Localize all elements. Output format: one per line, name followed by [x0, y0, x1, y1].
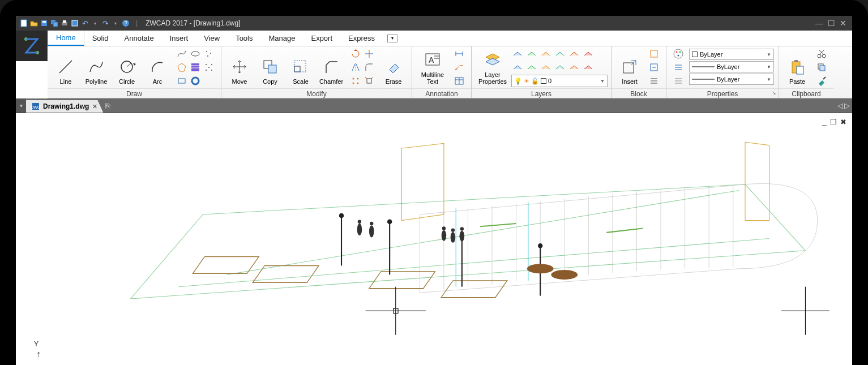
polyline-button[interactable]: Polyline — [82, 49, 111, 86]
maximize-button[interactable]: ☐ — [828, 19, 835, 28]
scale-icon — [292, 58, 310, 76]
viewport-minimize-icon[interactable]: ⎯ — [822, 118, 827, 126]
menu-express[interactable]: Express — [340, 31, 383, 46]
ellipse-icon[interactable] — [189, 48, 202, 60]
fillet-icon[interactable] — [363, 61, 375, 74]
layer-thaw-icon[interactable] — [582, 48, 595, 60]
redo-icon[interactable]: ↷ — [101, 19, 110, 28]
layer-freeze-icon[interactable] — [525, 48, 538, 60]
save-icon[interactable] — [40, 19, 49, 28]
multiline-text-button[interactable]: AMultiline Text — [416, 49, 450, 86]
panel-clipboard: Paste Clipboard — [779, 46, 833, 98]
layer-iso-icon[interactable] — [554, 48, 566, 60]
cut-icon[interactable] — [815, 48, 828, 60]
arc-button[interactable]: Arc — [143, 49, 172, 86]
layer-s2-icon[interactable] — [525, 61, 538, 74]
palette-icon[interactable] — [672, 48, 685, 60]
svg-rect-58 — [651, 50, 657, 57]
menu-view[interactable]: View — [196, 31, 228, 46]
attrib-icon[interactable] — [648, 75, 660, 87]
mirror-icon[interactable] — [349, 61, 362, 74]
layer-s3-icon[interactable] — [540, 61, 552, 74]
layer-s4-icon[interactable] — [554, 61, 566, 74]
svg-rect-107 — [369, 272, 435, 289]
edit-block-icon[interactable] — [648, 61, 660, 74]
brush-icon[interactable] — [815, 75, 828, 87]
tab-scroll-left[interactable]: ▾ — [16, 98, 26, 113]
scale-button[interactable]: Scale — [286, 49, 315, 86]
explode-icon[interactable] — [363, 75, 375, 87]
open-icon[interactable] — [29, 19, 39, 28]
tab-close-button[interactable]: ✕ — [92, 103, 97, 110]
print-icon[interactable] — [60, 19, 69, 28]
layer-s6-icon[interactable] — [582, 61, 595, 74]
preview-icon[interactable] — [70, 19, 79, 28]
layer-on-icon[interactable] — [568, 48, 580, 60]
layer-combo[interactable]: 💡 ☀ 🔓 0 ▼ — [511, 75, 608, 87]
line-button[interactable]: Line — [51, 49, 80, 86]
menu-tools[interactable]: Tools — [228, 31, 260, 46]
svg-point-126 — [460, 227, 464, 230]
list-icon[interactable] — [672, 75, 685, 87]
donut-icon[interactable] — [189, 75, 202, 87]
undo-dropdown-icon[interactable]: ▾ — [91, 19, 100, 28]
viewport-close-icon[interactable]: ✖ — [840, 118, 846, 126]
redo-dropdown-icon[interactable]: ▾ — [111, 19, 120, 28]
viewport-restore-icon[interactable]: ❐ — [830, 118, 837, 126]
chamfer-button[interactable]: Chamfer — [317, 49, 346, 86]
circle-button[interactable]: Circle — [112, 49, 142, 86]
trim-icon[interactable] — [363, 48, 375, 60]
copyclip-icon[interactable] — [815, 61, 828, 74]
color-combo[interactable]: ByLayer▼ — [689, 49, 774, 60]
menu-insert[interactable]: Insert — [162, 31, 196, 46]
tab-nav-left[interactable]: ◁ — [837, 101, 843, 110]
rectangle-icon[interactable] — [176, 75, 188, 87]
array-icon[interactable] — [349, 75, 362, 87]
insert-button[interactable]: Insert — [615, 49, 644, 86]
app-logo[interactable] — [16, 31, 48, 61]
svg-line-130 — [606, 228, 643, 232]
menu-solid[interactable]: Solid — [84, 31, 117, 46]
point-icon[interactable] — [203, 48, 215, 60]
match-icon[interactable] — [672, 61, 685, 74]
paste-button[interactable]: Paste — [783, 49, 812, 86]
menu-annotate[interactable]: Annotate — [117, 31, 162, 46]
leader-icon[interactable] — [453, 61, 465, 74]
ribbon-toggle[interactable]: ▾ — [387, 35, 397, 42]
layer-s1-icon[interactable] — [511, 61, 524, 74]
menu-manage[interactable]: Manage — [260, 31, 303, 46]
menu-export[interactable]: Export — [303, 31, 340, 46]
close-button[interactable]: ✕ — [840, 19, 846, 28]
layer-properties-button[interactable]: Layer Properties — [475, 49, 510, 86]
create-block-icon[interactable] — [648, 48, 660, 60]
polygon-icon[interactable] — [176, 61, 188, 74]
tab-nav-right[interactable]: ▷ — [844, 101, 850, 110]
lineweight-combo[interactable]: ByLayer▼ — [689, 74, 774, 85]
svg-line-14 — [127, 63, 131, 67]
new-tab-button[interactable]: ⎘ — [105, 101, 110, 110]
layer-lock-icon[interactable] — [540, 48, 552, 60]
saveall-icon[interactable] — [50, 19, 59, 28]
svg-marker-35 — [354, 49, 357, 51]
erase-button[interactable]: Erase — [379, 49, 408, 86]
help-icon[interactable]: ? — [121, 19, 130, 28]
menu-home[interactable]: Home — [48, 31, 84, 46]
drawing-canvas[interactable]: ⎯ ❐ ✖ Y ↑ — [16, 113, 852, 365]
svg-line-81 — [819, 50, 824, 54]
spline-icon[interactable] — [176, 48, 188, 60]
copy-button[interactable]: Copy — [255, 49, 285, 86]
multipoint-icon[interactable] — [203, 61, 215, 74]
rotate-icon[interactable] — [349, 48, 362, 60]
document-tab[interactable]: DWG Drawing1.dwg ✕ — [26, 100, 103, 113]
polyline-icon — [87, 58, 105, 76]
undo-icon[interactable]: ↶ — [80, 19, 89, 28]
minimize-button[interactable]: — — [815, 19, 823, 28]
new-icon[interactable] — [19, 19, 28, 28]
linetype-combo[interactable]: ByLayer▼ — [689, 61, 774, 72]
layer-off-icon[interactable] — [511, 48, 524, 60]
move-button[interactable]: Move — [225, 49, 254, 86]
table-icon[interactable] — [453, 75, 465, 87]
hatch-icon[interactable] — [189, 61, 202, 74]
dimension-icon[interactable] — [453, 48, 465, 60]
layer-s5-icon[interactable] — [568, 61, 580, 74]
